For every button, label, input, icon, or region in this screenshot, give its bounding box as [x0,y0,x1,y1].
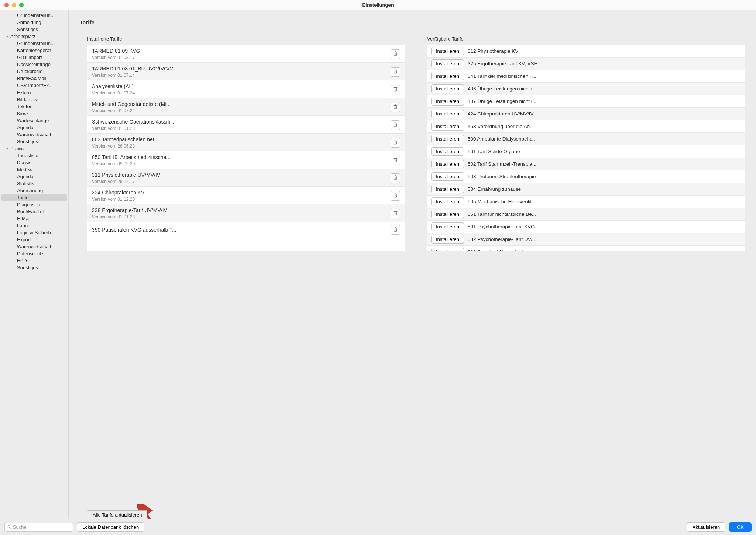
install-button[interactable]: Installieren [431,222,464,231]
delete-tariff-button[interactable] [391,67,400,77]
installed-row[interactable]: 050 Tarif für Arbeitsmedizinische...Vers… [87,151,405,169]
sidebar-item[interactable]: Sonstiges [0,264,68,271]
delete-tariff-button[interactable] [391,173,400,183]
sidebar-item[interactable]: Diagnosen [0,201,68,208]
content: Tarife Installierte Tarife TARMED 01.09 … [69,10,756,519]
sidebar-item[interactable]: Anmeldung [0,19,68,26]
tariff-version: Version vom 01.07.24 [92,90,391,96]
install-button[interactable]: Installieren [431,59,464,68]
installed-row[interactable]: 311 Physiotherapie UV/MV/IVVersion vom 2… [87,169,405,187]
delete-tariff-button[interactable] [391,225,400,235]
refresh-button[interactable]: Aktualisieren [687,522,725,532]
install-button[interactable]: Installieren [431,248,464,251]
window-title: Einstellungen [0,2,756,8]
installed-row[interactable]: 324 Chiropraktoren KVVersion vom 01.12.2… [87,187,405,204]
search-input[interactable] [13,524,71,530]
sidebar-item[interactable]: Statistik [0,180,68,187]
sidebar-item[interactable]: Warenwirtschaft [0,131,68,138]
sidebar-item[interactable]: GDT-Import [0,54,68,61]
installed-row[interactable]: Mittel- und Gegenständeliste (Mi...Versi… [87,98,405,116]
install-button[interactable]: Installieren [431,197,464,206]
sidebar-item[interactable]: Brief/Fax/Tel [0,208,68,215]
delete-tariff-button[interactable] [391,138,400,148]
sidebar-item[interactable]: Tagesliste [0,152,68,159]
trash-icon [393,227,398,233]
installed-row[interactable]: 338 Ergotherapie-Tarif UV/MV/IVVersion v… [87,204,405,222]
sidebar-item[interactable]: Sonstiges [0,138,68,145]
update-all-button[interactable]: Alle Tarife aktualisieren [87,510,147,519]
ok-button[interactable]: OK [729,522,752,532]
install-button[interactable]: Installieren [431,84,464,93]
sidebar-item[interactable]: Bildarchiv [0,96,68,103]
sidebar-item[interactable]: E-Mail [0,215,68,222]
install-button[interactable]: Installieren [431,97,464,106]
sidebar-item[interactable]: Dossier [0,159,68,166]
install-button[interactable]: Installieren [431,135,464,143]
sidebar-item[interactable]: Grundeinstellun... [0,40,68,47]
sidebar-item[interactable]: Labor [0,222,68,229]
sidebar-item[interactable]: Extern [0,89,68,96]
install-button[interactable]: Installieren [431,110,464,118]
sidebar-item[interactable]: Warenwirtschaft [0,243,68,250]
installed-row[interactable]: TARMED 01.09 KVGVersion vom 01.03.17 [87,45,405,63]
page-title: Tarife [80,19,745,28]
tariff-name: TARMED 01.08.01_BR UVG/IVG/M... [92,66,391,72]
tariff-version: Version vom 01.07.24 [92,108,391,113]
installed-row[interactable]: 003 Tarmedpauschalen neuVersion vom 26.0… [87,134,405,151]
tariff-name: 050 Tarif für Arbeitsmedizinische... [92,154,391,160]
sidebar-item[interactable]: Telefon [0,103,68,110]
sidebar-item[interactable]: Grundeinstellun... [0,12,68,19]
delete-tariff-button[interactable] [391,120,400,130]
installed-row[interactable]: Analysenliste (AL)Version vom 01.07.24 [87,80,405,98]
sidebar-item[interactable]: Kiosk [0,110,68,117]
installed-title: Installierte Tarife [87,36,405,42]
sidebar-item[interactable]: CSV-Import/Ex... [0,82,68,89]
delete-tariff-button[interactable] [391,209,400,218]
trash-icon [393,139,398,146]
sidebar-item[interactable]: Agenda [0,124,68,131]
sidebar-item[interactable]: Agenda [0,173,68,180]
sidebar-item[interactable]: Sonstiges [0,26,68,33]
sidebar-item[interactable]: Mediks [0,166,68,173]
sidebar-item[interactable]: Druckprofile [0,68,68,75]
install-button[interactable]: Installieren [431,72,464,80]
delete-tariff-button[interactable] [391,85,400,94]
install-button[interactable]: Installieren [431,185,464,193]
install-button[interactable]: Installieren [431,235,464,244]
available-tariff-name: 406 Übrige Leistungen nicht i... [468,86,741,92]
available-tariff-name: 312 Physiotherapie KV [468,48,741,54]
install-button[interactable]: Installieren [431,147,464,156]
installed-row[interactable]: Schweizerische Operationsklassifi...Vers… [87,116,405,134]
available-tariff-name: 500 Ambulante Dialysenbeha... [468,136,741,142]
search-field[interactable] [4,523,73,532]
sidebar-group-header[interactable]: Arbeitsplatz [0,33,68,40]
installed-row[interactable]: TARMED 01.08.01_BR UVG/IVG/M...Version v… [87,63,405,80]
sidebar-item[interactable]: Kartenlesegerät [0,47,68,54]
sidebar-item[interactable]: Login & Sicherh... [0,229,68,236]
install-button[interactable]: Installieren [431,172,464,181]
sidebar-group-header[interactable]: Praxis [0,145,68,152]
sidebar-item[interactable]: Export [0,236,68,243]
install-button[interactable]: Installieren [431,160,464,168]
tariff-version: Version vom 01.01.23 [92,214,391,220]
available-row: Installieren407 Übrige Leistungen nicht … [427,95,745,108]
delete-tariff-button[interactable] [391,156,400,165]
available-row: Installieren505 Mechanische Heimventil..… [427,196,745,208]
delete-tariff-button[interactable] [391,49,400,59]
sidebar-item[interactable]: Brief/Fax/Mail [0,75,68,82]
delete-tariff-button[interactable] [391,103,400,112]
sidebar-item[interactable]: Abrechnung [0,187,68,194]
install-button[interactable]: Installieren [431,210,464,218]
delete-tariff-button[interactable] [391,191,400,201]
installed-panel[interactable]: TARMED 01.09 KVGVersion vom 01.03.17TARM… [87,45,405,251]
available-panel[interactable]: Installieren312 Physiotherapie KVInstall… [427,45,745,251]
install-button[interactable]: Installieren [431,47,464,55]
sidebar-item[interactable]: Tarife [1,194,67,201]
sidebar-item[interactable]: Dossiereinträge [0,61,68,68]
install-button[interactable]: Installieren [431,122,464,131]
sidebar-item[interactable]: Warteschlange [0,117,68,124]
sidebar-item[interactable]: Datenschutz [0,250,68,257]
sidebar-item[interactable]: EPD [0,257,68,264]
delete-local-db-button[interactable]: Lokale Datenbank löschen [77,522,144,532]
installed-row[interactable]: 350 Pauschalen KVG ausserhalb T... [87,222,405,237]
